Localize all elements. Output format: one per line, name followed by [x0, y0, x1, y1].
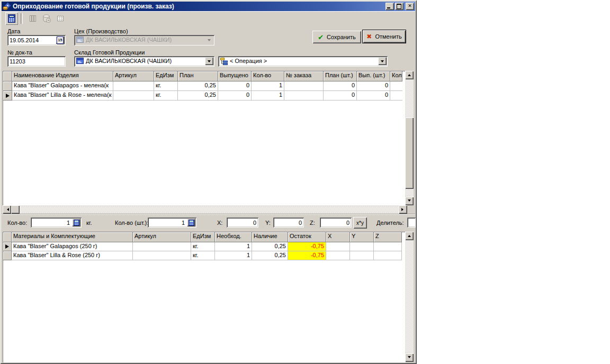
table-row[interactable]: Кава "Blaser" Lilla & Rose (250 г) кг. 1…: [3, 251, 406, 260]
column-header-available[interactable]: Наличие: [252, 232, 288, 242]
operation-combo[interactable]: < Операция >: [218, 56, 388, 67]
scroll-right-button[interactable]: [399, 205, 407, 214]
column-header-remainder[interactable]: Остаток: [288, 232, 326, 242]
cell-required[interactable]: 1: [215, 242, 252, 251]
grid-toolbar-button[interactable]: [54, 12, 67, 25]
qty-input[interactable]: [32, 219, 71, 226]
operation-dropdown-arrow[interactable]: [378, 57, 387, 65]
cell-qty[interactable]: 1: [252, 81, 284, 91]
scroll-up-button[interactable]: [405, 71, 414, 79]
cell-remainder[interactable]: -0,75: [288, 242, 326, 251]
calculator-toolbar-button[interactable]: [5, 12, 18, 25]
qty-calculator-button[interactable]: [72, 219, 80, 226]
hscroll-thumb[interactable]: [11, 205, 20, 214]
scroll-left-button[interactable]: [3, 205, 11, 214]
cell-unit[interactable]: кг.: [154, 91, 178, 101]
vscroll-thumb[interactable]: [405, 117, 414, 189]
column-header-z[interactable]: Z: [374, 232, 402, 242]
cell-required[interactable]: 1: [215, 251, 252, 260]
products-grid-hscrollbar[interactable]: [3, 205, 407, 214]
table-row[interactable]: Кава "Blaser" Galapagos (250 г) кг. 1 0,…: [3, 242, 406, 251]
cell-order-no[interactable]: [284, 81, 324, 91]
cell-y[interactable]: [350, 242, 374, 251]
column-header-plan[interactable]: План: [178, 71, 218, 81]
cell-articul[interactable]: [133, 251, 191, 260]
row-selector-cell[interactable]: [3, 91, 12, 101]
cell-material[interactable]: Кава "Blaser" Galapagos (250 г): [12, 242, 133, 251]
cell-x[interactable]: [326, 251, 350, 260]
columns-toolbar-button[interactable]: [26, 12, 39, 25]
cell-articul[interactable]: [113, 91, 154, 101]
cancel-button[interactable]: ✖ Отменить: [362, 30, 406, 43]
qty-pcs-calculator-button[interactable]: [187, 219, 195, 226]
column-header-articul[interactable]: Артикул: [133, 232, 191, 242]
warehouse-combo[interactable]: ДК ВАСИЛЬКОВСКАЯ (ЧАШКИ): [74, 56, 214, 67]
cell-released[interactable]: 0: [218, 81, 252, 91]
cell-plan-pcs[interactable]: 0: [324, 91, 357, 101]
column-header-released-pcs[interactable]: Вып. (шт.): [357, 71, 390, 81]
power-button[interactable]: x*y: [353, 217, 367, 229]
table-row[interactable]: Кава "Blaser" Lilla & Rose - мелена(к кг…: [3, 91, 406, 101]
cell-name[interactable]: Кава "Blaser" Galapagos - мелена(к: [12, 81, 113, 91]
cell-remainder[interactable]: -0,75: [288, 251, 326, 260]
cell-qty-pcs[interactable]: [390, 81, 402, 91]
column-header-unit[interactable]: ЕдИзм: [191, 232, 215, 242]
divider-input[interactable]: [408, 219, 416, 226]
title-bar[interactable]: Оприходование готовой продукции (произв.…: [2, 2, 415, 11]
cell-released[interactable]: 0: [218, 91, 252, 101]
cell-unit[interactable]: кг.: [154, 81, 178, 91]
cell-qty-pcs[interactable]: [390, 91, 402, 101]
column-header-plan-pcs[interactable]: План (шт.): [324, 71, 357, 81]
cell-qty[interactable]: 1: [252, 91, 284, 101]
column-header-x[interactable]: X: [326, 232, 350, 242]
column-header-required[interactable]: Необход.: [215, 232, 252, 242]
materials-grid-vscrollbar[interactable]: [405, 232, 414, 362]
scroll-up-button[interactable]: [405, 232, 414, 240]
column-header-material[interactable]: Материалы и Комплектующие: [12, 232, 133, 242]
minimize-button[interactable]: [385, 3, 394, 10]
column-header-unit[interactable]: ЕдИзм: [154, 71, 178, 81]
column-header-y[interactable]: Y: [350, 232, 374, 242]
z-input[interactable]: [321, 219, 351, 226]
column-header-articul[interactable]: Артикул: [113, 71, 154, 81]
column-header-qty-pcs[interactable]: Кол. (ш: [390, 71, 402, 81]
cell-released-pcs[interactable]: 0: [357, 81, 390, 91]
cell-y[interactable]: [350, 251, 374, 260]
x-input[interactable]: [228, 219, 257, 226]
qty-pcs-input[interactable]: [149, 219, 186, 226]
scroll-down-button[interactable]: [405, 353, 414, 362]
cell-available[interactable]: 0,25: [252, 242, 288, 251]
row-selector-cell[interactable]: [3, 251, 12, 260]
cell-articul[interactable]: [133, 242, 191, 251]
cell-available[interactable]: 0,25: [252, 251, 288, 260]
column-header-name[interactable]: Наименование Изделия: [12, 71, 113, 81]
products-grid-vscrollbar[interactable]: [405, 71, 414, 205]
cell-plan[interactable]: 0,25: [178, 81, 218, 91]
cell-plan[interactable]: 0,25: [178, 91, 218, 101]
cell-x[interactable]: [326, 242, 350, 251]
column-header-order-no[interactable]: № заказа: [284, 71, 324, 81]
y-input[interactable]: [274, 219, 303, 226]
cell-released-pcs[interactable]: 0: [357, 91, 390, 101]
cell-unit[interactable]: кг.: [191, 251, 215, 260]
column-header-qty[interactable]: Кол-во: [252, 71, 284, 81]
scroll-down-button[interactable]: [405, 197, 414, 205]
cell-order-no[interactable]: [284, 91, 324, 101]
cell-z[interactable]: [374, 251, 402, 260]
cell-plan-pcs[interactable]: 0: [324, 81, 357, 91]
date-picker-button[interactable]: 15: [56, 36, 65, 44]
maximize-button[interactable]: [395, 3, 403, 10]
table-row[interactable]: Кава "Blaser" Galapagos - мелена(к кг. 0…: [3, 81, 406, 91]
close-button[interactable]: [406, 3, 414, 10]
row-selector-cell[interactable]: [3, 242, 12, 251]
row-selector-cell[interactable]: [3, 81, 12, 91]
cell-material[interactable]: Кава "Blaser" Lilla & Rose (250 г): [12, 251, 133, 260]
warehouse-dropdown-arrow[interactable]: [205, 57, 213, 65]
export-toolbar-button[interactable]: [40, 12, 53, 25]
date-input[interactable]: [8, 36, 54, 44]
save-button[interactable]: ✔ Сохранить: [312, 31, 361, 43]
cell-unit[interactable]: кг.: [191, 242, 215, 251]
column-header-released[interactable]: Выпущено: [218, 71, 252, 81]
cell-z[interactable]: [374, 242, 402, 251]
cell-articul[interactable]: [113, 81, 154, 91]
